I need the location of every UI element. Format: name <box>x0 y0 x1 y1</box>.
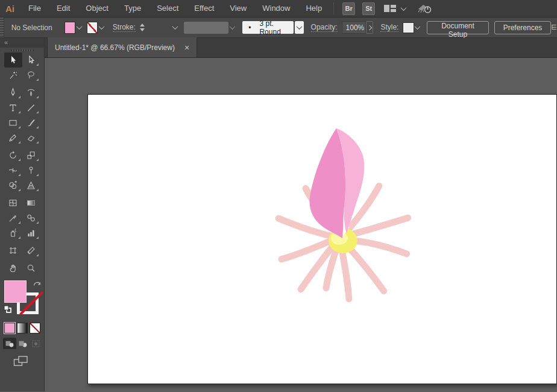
tool-blend[interactable] <box>22 210 40 226</box>
stroke-weight-dropdown[interactable] <box>171 22 179 34</box>
workspace-switcher-button[interactable] <box>383 4 406 13</box>
line-segment-tool-icon <box>26 103 36 113</box>
control-bar: No Selection Stroke: • 3 pt. Round Opaci… <box>0 17 557 38</box>
close-tab-icon[interactable]: × <box>184 43 189 52</box>
menu-window[interactable]: Window <box>254 0 298 17</box>
gradient-button[interactable] <box>17 323 28 334</box>
workspace-layout-icon <box>383 4 397 13</box>
tool-line-segment[interactable] <box>22 100 40 115</box>
tool-eraser[interactable] <box>22 130 40 145</box>
illustrator-logo: Ai <box>0 4 20 14</box>
tools-panel-grip[interactable] <box>0 48 44 52</box>
step-down-icon <box>140 28 145 31</box>
tool-slice[interactable] <box>22 243 40 258</box>
tool-curvature[interactable] <box>22 85 40 100</box>
tool-artboard[interactable] <box>4 243 22 258</box>
gpu-performance-button[interactable] <box>417 3 433 14</box>
swap-fill-stroke-icon[interactable] <box>33 279 42 287</box>
collapse-panel-button[interactable]: « <box>4 39 8 46</box>
tool-rotate[interactable] <box>4 148 22 163</box>
fill-indicator[interactable] <box>4 280 27 303</box>
draw-behind-icon <box>18 340 28 348</box>
draw-behind-button[interactable] <box>16 338 30 349</box>
tool-shape-builder[interactable] <box>4 178 22 193</box>
opacity-dropdown-button[interactable] <box>366 21 374 34</box>
go-to-bridge-button[interactable]: Br <box>342 2 355 15</box>
default-fill-stroke-icon[interactable] <box>3 305 12 314</box>
tool-column-graph[interactable] <box>22 226 40 241</box>
width-tool-icon <box>8 165 18 175</box>
menu-object[interactable]: Object <box>78 0 116 17</box>
tool-zoom[interactable] <box>22 261 40 276</box>
paintbrush-tool-icon <box>26 118 36 128</box>
tool-pen[interactable] <box>4 85 22 100</box>
menu-select[interactable]: Select <box>149 0 186 17</box>
tool-gradient[interactable] <box>22 195 40 210</box>
eyedropper-tool-icon <box>8 213 18 223</box>
tool-paintbrush[interactable] <box>22 115 40 130</box>
none-button[interactable] <box>30 323 40 334</box>
zoom-tool-icon <box>26 263 36 273</box>
tool-symbol-sprayer[interactable] <box>4 226 22 241</box>
fill-color-swatch[interactable] <box>65 22 75 34</box>
tool-lasso[interactable] <box>22 68 40 83</box>
tool-selection[interactable] <box>4 52 22 68</box>
tool-puppet-warp[interactable] <box>22 163 40 178</box>
stroke-weight-input[interactable] <box>146 21 171 34</box>
document-setup-button[interactable]: Document Setup <box>427 21 488 34</box>
opacity-input[interactable]: 100% <box>342 21 366 34</box>
menu-bar: Ai File Edit Object Type Select Effect V… <box>0 0 557 17</box>
menu-effect[interactable]: Effect <box>186 0 222 17</box>
opacity-label[interactable]: Opacity: <box>311 23 338 32</box>
chevron-down-icon <box>76 24 82 30</box>
control-bar-grip[interactable] <box>0 17 4 37</box>
tool-type[interactable] <box>4 100 22 115</box>
screen-mode-control[interactable] <box>0 349 44 369</box>
control-panel-menu-icon[interactable]: ⋿ <box>551 24 557 31</box>
style-label[interactable]: Style: <box>380 23 398 32</box>
stroke-color-dropdown[interactable] <box>98 22 105 34</box>
column-graph-tool-icon <box>26 228 36 238</box>
shape-builder-tool-icon <box>8 180 18 191</box>
stroke-weight-label[interactable]: Stroke: <box>113 23 136 32</box>
brush-definition-dropdown[interactable] <box>295 21 304 34</box>
tool-hand[interactable] <box>4 261 22 276</box>
fill-color-dropdown[interactable] <box>75 22 83 34</box>
color-button[interactable] <box>4 323 15 334</box>
menu-file[interactable]: File <box>20 0 49 17</box>
draw-inside-button[interactable] <box>30 338 43 349</box>
adobe-stock-button[interactable]: St <box>362 2 375 15</box>
document-tab[interactable]: Untitled-1* @ 66.67% (RGB/Preview) × <box>47 37 197 57</box>
stroke-color-swatch[interactable] <box>87 22 98 34</box>
tool-pencil[interactable] <box>4 130 22 145</box>
stroke-weight-stepper[interactable] <box>139 21 146 34</box>
variable-width-profile-dropdown[interactable] <box>228 22 236 34</box>
brush-definition-value: 3 pt. Round <box>259 19 288 36</box>
variable-width-profile-select[interactable] <box>184 22 228 34</box>
eraser-tool-icon <box>26 133 36 143</box>
graphic-style-swatch[interactable] <box>403 22 414 33</box>
tool-direct-selection[interactable] <box>22 52 40 68</box>
draw-normal-button[interactable] <box>3 338 16 349</box>
menu-edit[interactable]: Edit <box>49 0 78 17</box>
graphic-style-dropdown[interactable] <box>414 22 422 34</box>
tool-rectangle[interactable] <box>4 115 22 130</box>
tool-eyedropper[interactable] <box>4 210 22 226</box>
tool-width[interactable] <box>4 163 22 178</box>
brush-definition-select[interactable]: • 3 pt. Round <box>242 21 294 34</box>
menu-type[interactable]: Type <box>116 0 149 17</box>
tool-scale[interactable] <box>22 148 40 163</box>
magic-wand-tool-icon <box>8 70 18 80</box>
tool-magic-wand[interactable] <box>4 68 22 83</box>
menu-help[interactable]: Help <box>298 0 330 17</box>
step-up-icon <box>140 24 145 27</box>
artboard[interactable] <box>87 94 557 384</box>
preferences-button[interactable]: Preferences <box>494 21 552 34</box>
canvas[interactable] <box>45 58 557 391</box>
document-area: Untitled-1* @ 66.67% (RGB/Preview) × <box>45 38 557 391</box>
menu-view[interactable]: View <box>222 0 254 17</box>
tool-perspective-grid[interactable] <box>22 178 40 193</box>
tool-mesh[interactable] <box>4 195 22 210</box>
puppet-warp-tool-icon <box>26 165 36 175</box>
brush-bullet-icon: • <box>248 24 251 32</box>
